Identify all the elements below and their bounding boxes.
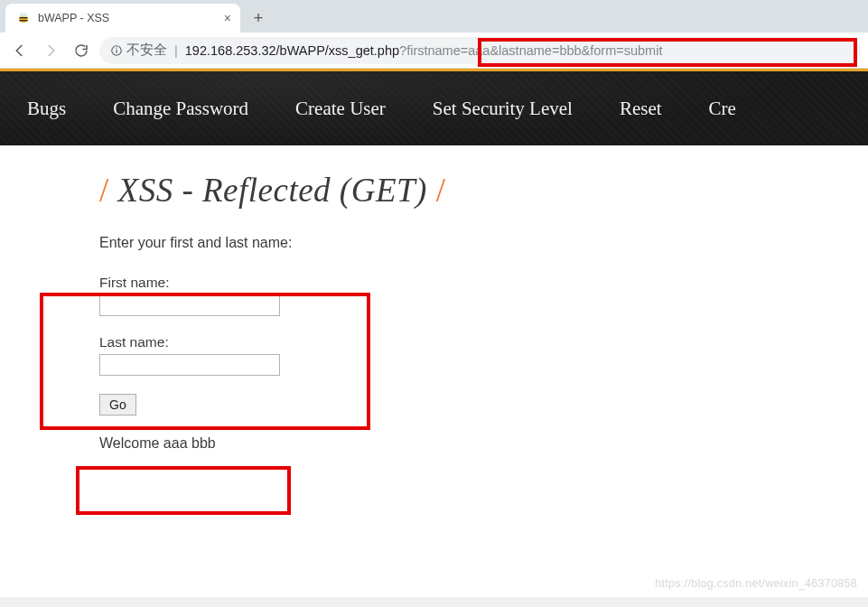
svg-point-4 xyxy=(23,13,28,17)
menu-set-security-level[interactable]: Set Security Level xyxy=(433,98,573,120)
addr-separator: | xyxy=(174,43,178,58)
insecure-badge: 不安全 xyxy=(110,42,167,59)
menu-credits-truncated[interactable]: Cre xyxy=(709,98,736,120)
menu-reset[interactable]: Reset xyxy=(620,98,662,120)
lastname-label: Last name: xyxy=(99,334,868,350)
firstname-input[interactable] xyxy=(99,294,280,316)
page-content: / XSS - Reflected (GET) / Enter your fir… xyxy=(0,145,868,597)
lastname-group: Last name: xyxy=(99,334,868,376)
lastname-input[interactable] xyxy=(99,354,280,376)
browser-toolbar: 不安全 | 192.168.253.32/bWAPP/xss_get.php?f… xyxy=(0,33,868,69)
browser-tab-bar: bWAPP - XSS × + xyxy=(0,0,868,33)
forward-button[interactable] xyxy=(38,38,63,63)
title-slash-right: / xyxy=(436,172,446,209)
svg-rect-1 xyxy=(20,17,28,19)
title-text: XSS - Reflected (GET) xyxy=(109,172,436,209)
back-button[interactable] xyxy=(7,38,33,63)
svg-rect-7 xyxy=(116,47,117,48)
welcome-message: Welcome aaa bbb xyxy=(99,435,868,452)
bee-icon xyxy=(16,11,31,25)
menu-change-password[interactable]: Change Password xyxy=(113,98,248,120)
firstname-label: First name: xyxy=(99,275,868,291)
close-icon[interactable]: × xyxy=(224,12,231,24)
svg-rect-2 xyxy=(20,20,28,22)
reload-button[interactable] xyxy=(69,38,94,63)
menu-bugs[interactable]: Bugs xyxy=(27,98,66,120)
tab-title: bWAPP - XSS xyxy=(38,12,217,24)
go-button[interactable]: Go xyxy=(99,394,136,416)
instruction-text: Enter your first and last name: xyxy=(99,235,868,251)
firstname-group: First name: xyxy=(99,275,868,316)
browser-tab[interactable]: bWAPP - XSS × xyxy=(5,4,240,33)
url-text: 192.168.253.32/bWAPP/xss_get.php?firstna… xyxy=(185,43,663,58)
new-tab-button[interactable]: + xyxy=(246,5,271,31)
page-title: / XSS - Reflected (GET) / xyxy=(99,171,868,210)
security-warning-text: 不安全 xyxy=(126,42,167,59)
watermark-text: https://blog.csdn.net/weixin_46370858 xyxy=(655,577,857,590)
title-slash-left: / xyxy=(99,172,109,209)
address-bar[interactable]: 不安全 | 192.168.253.32/bWAPP/xss_get.php?f… xyxy=(99,37,861,64)
menu-create-user[interactable]: Create User xyxy=(295,98,386,120)
info-icon xyxy=(110,44,123,57)
app-menubar: Bugs Change Password Create User Set Sec… xyxy=(0,71,868,145)
svg-rect-6 xyxy=(116,49,117,52)
